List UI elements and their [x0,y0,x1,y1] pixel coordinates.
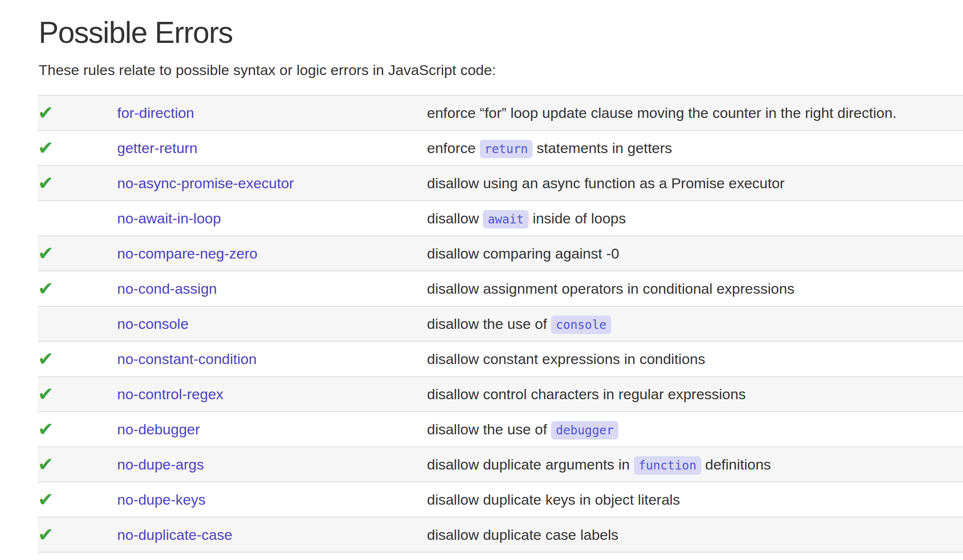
rule-row: ✔ no-dupe-keys disallow duplicate keys i… [38,482,963,517]
inline-code: console [551,316,611,334]
rule-link[interactable]: no-duplicate-case [117,527,232,543]
rule-row: ✔ for-direction enforce “for” loop updat… [38,95,963,130]
rule-name-cell: no-debugger [117,412,427,447]
recommended-cell: ✔ [38,517,117,552]
recommended-check-icon: ✔ [38,102,54,123]
recommended-check-icon: ✔ [38,488,54,510]
recommended-cell: ✔ [38,341,117,376]
description-text: disallow assignment operators in conditi… [427,280,794,297]
recommended-check-icon: ✔ [38,524,54,545]
rule-link[interactable]: no-cond-assign [117,280,217,297]
recommended-check-icon: ✔ [38,242,54,264]
rule-link[interactable]: no-debugger [117,421,200,437]
rule-description: disallow the use of debugger [427,412,963,447]
description-text: disallow the use of [427,316,551,332]
description-text: disallow [427,210,483,226]
recommended-check-icon: ✔ [38,277,54,299]
rule-row: no-await-in-loop disallow await inside o… [38,201,963,236]
rule-name-cell: no-cond-assign [117,271,427,306]
rule-description: disallow using an async function as a Pr… [427,166,963,201]
description-text: disallow constant expressions in conditi… [427,351,705,367]
description-text: inside of loops [529,210,626,226]
inline-code: debugger [551,421,618,440]
inline-code: await [483,210,528,229]
page-title: Possible Errors [39,16,963,49]
rule-name-cell: no-constant-condition [117,341,427,376]
recommended-cell: ✔ [38,482,117,517]
inline-code: function [634,456,701,475]
rule-description: disallow duplicate case labels [427,517,963,552]
description-text: enforce “for” loop update clause moving … [427,105,896,121]
rule-row: ✔ no-constant-condition disallow constan… [38,341,963,376]
rules-table-body: ✔ for-direction enforce “for” loop updat… [38,95,963,552]
rule-link[interactable]: no-dupe-keys [117,491,206,508]
recommended-cell: ✔ [38,166,117,201]
recommended-cell: ✔ [38,412,117,447]
rule-link[interactable]: no-dupe-args [117,456,204,473]
rule-link[interactable]: no-compare-neg-zero [117,245,257,262]
rule-description: enforce return statements in getters [427,130,963,166]
description-text: disallow duplicate keys in object litera… [427,491,680,508]
description-text: disallow using an async function as a Pr… [427,175,784,191]
rule-name-cell: no-control-regex [117,376,427,412]
rule-name-cell: no-await-in-loop [117,201,427,236]
rule-description: disallow the use of console [427,306,963,341]
rule-row: ✔ no-compare-neg-zero disallow comparing… [38,236,963,271]
rule-description: disallow control characters in regular e… [427,376,963,412]
rule-link[interactable]: no-console [117,316,188,332]
rule-row: ✔ no-async-promise-executor disallow usi… [38,166,963,201]
recommended-cell: ✔ [38,271,117,306]
description-text: disallow duplicate case labels [427,527,618,543]
rule-description: disallow comparing against -0 [427,236,963,271]
description-text: definitions [701,456,771,473]
inline-code: return [480,140,533,158]
rule-description: enforce “for” loop update clause moving … [427,95,963,130]
rule-description: disallow duplicate arguments in function… [427,447,963,482]
intro-text: These rules relate to possible syntax or… [39,60,963,79]
rule-name-cell: no-dupe-keys [117,482,427,517]
docs-content: Possible Errors These rules relate to po… [0,16,963,553]
rule-description: disallow constant expressions in conditi… [427,341,963,376]
rule-row: ✔ no-dupe-args disallow duplicate argume… [38,447,963,482]
description-text: disallow the use of [427,421,551,437]
rule-link[interactable]: no-await-in-loop [117,210,221,226]
rule-name-cell: no-async-promise-executor [117,166,427,201]
recommended-cell: ✔ [38,236,117,271]
rule-link[interactable]: no-constant-condition [117,351,257,367]
rule-link[interactable]: no-async-promise-executor [117,175,294,191]
rule-row: ✔ no-control-regex disallow control char… [38,376,963,412]
rule-row: ✔ getter-return enforce return statement… [38,130,963,166]
rule-name-cell: no-dupe-args [117,447,427,482]
recommended-check-icon: ✔ [38,348,54,370]
description-text: statements in getters [533,140,672,156]
description-text: disallow comparing against -0 [427,245,619,262]
recommended-check-icon: ✔ [38,172,54,194]
recommended-cell: ✔ [38,447,117,482]
rule-name-cell: no-duplicate-case [117,517,427,552]
recommended-check-icon: ✔ [38,453,54,475]
rule-description: disallow duplicate keys in object litera… [427,482,963,517]
description-text: disallow control characters in regular e… [427,386,746,402]
rule-link[interactable]: no-control-regex [117,386,224,402]
rule-description: disallow assignment operators in conditi… [427,271,963,306]
recommended-cell [38,306,117,341]
recommended-check-icon: ✔ [38,383,54,405]
recommended-cell [38,201,117,236]
rule-row: ✔ no-duplicate-case disallow duplicate c… [38,517,963,552]
rule-name-cell: no-console [117,306,427,341]
rule-row: ✔ no-debugger disallow the use of debugg… [38,412,963,447]
rule-name-cell: for-direction [117,95,427,130]
recommended-cell: ✔ [38,376,117,412]
description-text: disallow duplicate arguments in [427,456,634,473]
recommended-cell: ✔ [38,95,117,130]
recommended-check-icon: ✔ [38,137,54,159]
rule-name-cell: no-compare-neg-zero [117,236,427,271]
rules-table: ✔ for-direction enforce “for” loop updat… [38,95,963,553]
rule-row: no-console disallow the use of console [38,306,963,341]
description-text: enforce [427,140,480,156]
rule-description: disallow await inside of loops [427,201,963,236]
rule-name-cell: getter-return [117,130,427,166]
rule-row: ✔ no-cond-assign disallow assignment ope… [38,271,963,306]
rule-link[interactable]: for-direction [117,105,194,121]
rule-link[interactable]: getter-return [117,140,197,156]
